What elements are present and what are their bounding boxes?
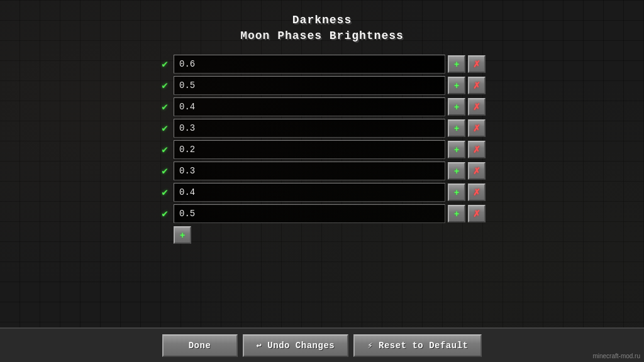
remove-button[interactable]: ✗ <box>468 162 486 180</box>
list-row: ✔+✗ <box>158 204 486 224</box>
done-button[interactable]: Done <box>162 334 238 357</box>
check-icon: ✔ <box>158 186 171 199</box>
list-row: ✔+✗ <box>158 140 486 160</box>
remove-button[interactable]: ✗ <box>468 55 486 73</box>
add-new-button[interactable]: + <box>174 226 191 244</box>
value-input[interactable] <box>174 162 445 180</box>
undo-button[interactable]: ↩ Undo Changes <box>243 334 349 357</box>
value-input[interactable] <box>174 76 445 95</box>
add-button[interactable]: + <box>448 205 465 222</box>
check-icon: ✔ <box>158 101 171 113</box>
add-button[interactable]: + <box>448 77 465 94</box>
check-icon: ✔ <box>158 165 171 177</box>
remove-button[interactable]: ✗ <box>468 141 486 158</box>
list-container: ✔+✗✔+✗✔+✗✔+✗✔+✗✔+✗✔+✗✔+✗+ <box>158 54 486 244</box>
add-button[interactable]: + <box>448 184 465 201</box>
add-row: + <box>174 226 486 244</box>
check-icon: ✔ <box>158 122 171 134</box>
value-input[interactable] <box>174 97 445 116</box>
reset-button[interactable]: ⚡ Reset to Default <box>353 334 482 357</box>
value-input[interactable] <box>174 183 445 202</box>
value-input[interactable] <box>174 55 445 74</box>
add-button[interactable]: + <box>448 141 465 158</box>
watermark: minecraft-mod.ru <box>592 353 640 359</box>
remove-button[interactable]: ✗ <box>468 205 486 222</box>
list-row: ✔+✗ <box>158 182 486 202</box>
check-icon: ✔ <box>158 79 171 92</box>
add-button[interactable]: + <box>448 162 465 180</box>
title-line2: Moon Phases Brightness <box>240 28 404 44</box>
list-row: ✔+✗ <box>158 75 486 96</box>
value-input[interactable] <box>174 204 445 223</box>
check-icon: ✔ <box>158 207 171 220</box>
list-row: ✔+✗ <box>158 118 486 138</box>
value-input[interactable] <box>174 140 445 159</box>
check-icon: ✔ <box>158 143 171 156</box>
title-area: Darkness Moon Phases Brightness <box>240 13 404 44</box>
check-icon: ✔ <box>158 58 171 70</box>
list-row: ✔+✗ <box>158 54 486 74</box>
remove-button[interactable]: ✗ <box>468 77 486 94</box>
value-input[interactable] <box>174 119 445 138</box>
add-button[interactable]: + <box>448 55 465 73</box>
main-container: ✔+✗✔+✗✔+✗✔+✗✔+✗✔+✗✔+✗✔+✗+ <box>0 54 644 244</box>
bottom-bar: Done ↩ Undo Changes ⚡ Reset to Default <box>0 327 644 362</box>
remove-button[interactable]: ✗ <box>468 184 486 201</box>
add-button[interactable]: + <box>448 119 465 137</box>
add-button[interactable]: + <box>448 98 465 116</box>
remove-button[interactable]: ✗ <box>468 119 486 137</box>
list-row: ✔+✗ <box>158 97 486 117</box>
remove-button[interactable]: ✗ <box>468 98 486 116</box>
title-line1: Darkness <box>240 13 404 28</box>
list-row: ✔+✗ <box>158 161 486 181</box>
